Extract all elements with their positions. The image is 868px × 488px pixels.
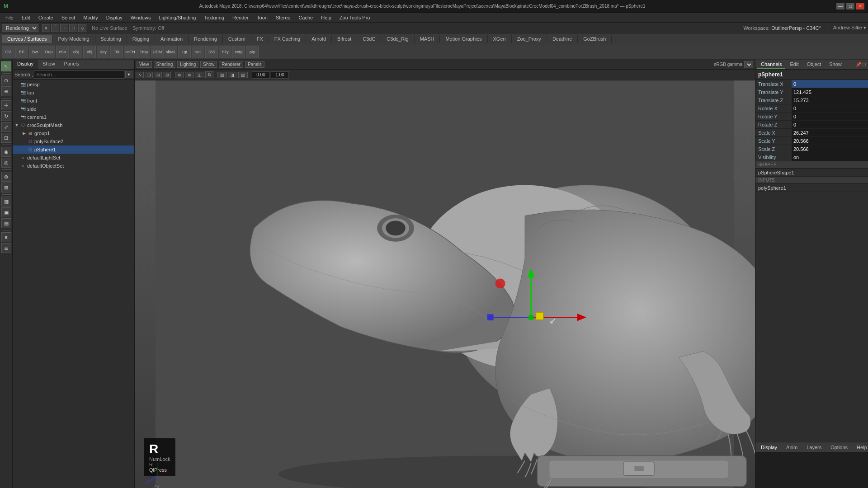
- ch-value-rotate-y[interactable]: 0: [792, 113, 868, 120]
- shelf-icon-4[interactable]: Dup: [42, 46, 55, 58]
- vp-cam-2[interactable]: ⊗: [185, 72, 194, 78]
- far-clip-input[interactable]: [271, 71, 289, 79]
- shelf-icon-12[interactable]: UDM: [151, 46, 164, 58]
- shelf-tab-gozbrush[interactable]: GoZBrush: [578, 35, 612, 43]
- tree-item-polysurface2[interactable]: ⬡ polySurface2: [13, 137, 134, 145]
- pin-icon[interactable]: 📌: [856, 62, 861, 67]
- shelf-tab-sculpting[interactable]: Sculpting: [95, 35, 127, 43]
- channel-shapes-value[interactable]: pSphereShape1: [755, 169, 868, 177]
- vp-menu-show[interactable]: Show: [200, 61, 217, 68]
- shelf-tab-custom[interactable]: Custom: [223, 35, 251, 43]
- tab-edit[interactable]: Edit: [786, 61, 802, 69]
- ch-value-translate-y[interactable]: 121.425: [792, 88, 868, 96]
- snap-view[interactable]: □: [69, 24, 77, 32]
- vp-tool-3[interactable]: ⊟: [154, 72, 162, 78]
- tree-item-persp[interactable]: 📷 persp: [13, 80, 134, 89]
- shelf-tab-motiongraphics[interactable]: Motion Graphics: [440, 35, 487, 43]
- shelf-tab-rendering[interactable]: Rendering: [189, 35, 223, 43]
- vp-shade-3[interactable]: ▧: [238, 72, 248, 78]
- vp-cam-1[interactable]: ⊕: [175, 72, 184, 78]
- channel-inputs-value[interactable]: polySphere1: [755, 184, 868, 192]
- ch-value-translate-x[interactable]: 0: [792, 80, 868, 88]
- shelf-icon-18[interactable]: cstg: [232, 46, 245, 58]
- shelf-tab-curves[interactable]: Curves / Surfaces: [2, 35, 52, 43]
- shelf-icon-11[interactable]: Tmp: [137, 46, 150, 58]
- tree-item-croc-mesh[interactable]: ▼ ⬡ crocSculptMesh: [13, 121, 134, 129]
- vp-menu-lighting[interactable]: Lighting: [177, 61, 198, 68]
- ch-value-visibility[interactable]: on: [792, 153, 868, 161]
- search-input[interactable]: [34, 70, 124, 79]
- snap-surface[interactable]: ◇: [78, 24, 86, 32]
- tab-show[interactable]: Show: [826, 61, 845, 69]
- shelf-icon-8[interactable]: Key: [97, 46, 109, 58]
- vp-menu-panels[interactable]: Panels: [245, 61, 264, 68]
- shelf-tab-animation[interactable]: Animation: [155, 35, 189, 43]
- tree-item-camera1[interactable]: 📷 camera1: [13, 113, 134, 121]
- ch-value-scale-z[interactable]: 20.566: [792, 145, 868, 153]
- vp-tool-2[interactable]: ⊡: [145, 72, 153, 78]
- vp-tool-1[interactable]: ↖: [136, 72, 144, 78]
- shelf-tab-c3dc[interactable]: C3dC: [357, 35, 381, 43]
- select-tool[interactable]: ↖: [1, 61, 11, 71]
- shelf-icon-3[interactable]: Bzr: [29, 46, 42, 58]
- shelf-tab-arnold[interactable]: Arnold: [306, 35, 332, 43]
- menu-help[interactable]: Help: [317, 14, 335, 21]
- vp-cam-4[interactable]: ⧉: [205, 71, 213, 78]
- snap-grid[interactable]: #: [42, 24, 50, 32]
- tree-item-front[interactable]: 📷 front: [13, 97, 134, 105]
- ch-value-scale-x[interactable]: 26.247: [792, 129, 868, 136]
- gamma-dropdown[interactable]: ▼: [744, 61, 753, 68]
- menu-select[interactable]: Select: [58, 14, 79, 21]
- renderer-dropdown[interactable]: Rendering: [2, 24, 38, 32]
- menu-modify[interactable]: Modify: [80, 14, 101, 21]
- near-clip-input[interactable]: [252, 71, 270, 79]
- shelf-tab-zoo-proxy[interactable]: Zoo_Proxy: [512, 35, 547, 43]
- tab-channels[interactable]: Channels: [757, 61, 785, 69]
- universal-tool[interactable]: ⊞: [1, 133, 11, 143]
- move-tool[interactable]: ✛: [1, 100, 11, 110]
- edge-mode[interactable]: ▣: [1, 207, 11, 217]
- ch-value-translate-z[interactable]: 15.273: [792, 96, 868, 104]
- ch-value-scale-y[interactable]: 20.566: [792, 137, 868, 145]
- tree-item-psphere1[interactable]: ⬡ pSphere1: [13, 145, 134, 154]
- vp-shade-1[interactable]: ▨: [217, 72, 227, 78]
- scale-tool[interactable]: ⤢: [1, 122, 11, 132]
- shelf-tab-deadline[interactable]: Deadline: [547, 35, 578, 43]
- shelf-tab-rigging[interactable]: Rigging: [127, 35, 155, 43]
- menu-lighting-shading[interactable]: Lighting/Shading: [155, 14, 199, 21]
- menu-create[interactable]: Create: [35, 14, 57, 21]
- shelf-tab-bifrost[interactable]: Bifrost: [332, 35, 357, 43]
- shelf-tab-poly[interactable]: Poly Modeling: [52, 35, 95, 43]
- rotate-tool[interactable]: ↻: [1, 111, 11, 121]
- menu-cache[interactable]: Cache: [295, 14, 316, 21]
- shelf-icon-9[interactable]: Trk: [110, 46, 123, 58]
- tree-item-top[interactable]: 📷 top: [13, 89, 134, 97]
- shelf-tab-c3dc-rig[interactable]: C3dc_Rig: [381, 35, 414, 43]
- menu-stereo[interactable]: Stereo: [272, 14, 294, 21]
- footer-help[interactable]: Help: [853, 444, 868, 451]
- footer-layers[interactable]: Layers: [803, 444, 825, 451]
- footer-tab-anim[interactable]: Anim: [783, 444, 801, 451]
- measure-tool[interactable]: ⊠: [1, 183, 11, 192]
- shelf-icon-14[interactable]: Lgt: [178, 46, 191, 58]
- tree-item-defaultobjectset[interactable]: ○ defaultObjectSet: [13, 162, 134, 170]
- shelf-tab-mash[interactable]: MASH: [415, 35, 440, 43]
- search-options-btn[interactable]: ▼: [125, 71, 132, 78]
- shelf-icon-13[interactable]: sbML: [165, 46, 177, 58]
- menu-texturing[interactable]: Texturing: [200, 14, 228, 21]
- expand-icon[interactable]: ⬡: [862, 62, 866, 67]
- menu-file[interactable]: File: [2, 14, 17, 21]
- soft-select[interactable]: ◉: [1, 147, 11, 157]
- tree-item-side[interactable]: 📷 side: [13, 105, 134, 113]
- menu-display[interactable]: Display: [103, 14, 126, 21]
- close-button[interactable]: ✕: [856, 3, 864, 9]
- viewport-canvas[interactable]: 人人素材人人素材人人素材 人人素材人人素材人人素材 人人素材人人素材人人素材 人…: [135, 80, 755, 488]
- shelf-icon-10[interactable]: ncTH: [124, 46, 137, 58]
- menu-render[interactable]: Render: [229, 14, 252, 21]
- custom-tool-1[interactable]: ≡: [1, 232, 11, 242]
- snap-point[interactable]: ·: [60, 24, 68, 32]
- vp-menu-view[interactable]: View: [137, 61, 152, 68]
- ch-value-rotate-z[interactable]: 0: [792, 121, 868, 128]
- shelf-icon-17[interactable]: Hky: [219, 46, 231, 58]
- vp-tool-4[interactable]: ⊞: [163, 72, 171, 78]
